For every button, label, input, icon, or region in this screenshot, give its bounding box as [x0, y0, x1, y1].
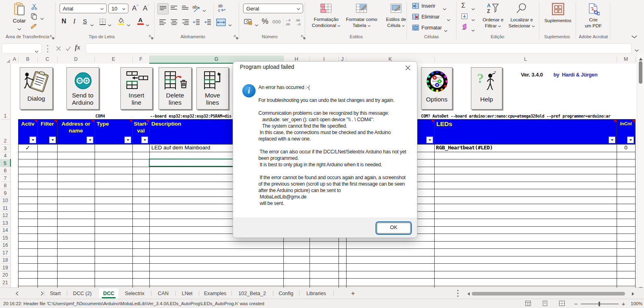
row-header-5[interactable]: 5 [0, 159, 11, 167]
vertical-scrollbar[interactable] [637, 54, 644, 287]
grow-font-icon[interactable]: A^ [132, 4, 138, 12]
hscroll-right-icon[interactable] [632, 291, 635, 297]
cancel-icon[interactable] [55, 45, 63, 53]
cut-icon[interactable] [31, 3, 37, 10]
row-header-16[interactable]: 16 [0, 241, 10, 248]
row-header-21[interactable]: 21 [0, 278, 10, 286]
align-center-icon[interactable] [170, 19, 178, 27]
column-header-L[interactable]: L [434, 56, 617, 63]
font-name-select[interactable]: Arial [60, 4, 107, 13]
formula-bar-resizer[interactable] [47, 45, 49, 52]
cell-styles-button[interactable]: Estilos de Célula [380, 2, 412, 32]
cell-m3-incnt[interactable]: 0 [617, 145, 635, 151]
tab-overflow-menu-icon[interactable] [456, 290, 459, 297]
sheet-tab-start[interactable]: Start [44, 288, 67, 299]
align-left-icon[interactable] [159, 19, 167, 27]
underline-button[interactable]: S [83, 18, 87, 25]
dialog-launcher-icon[interactable] [234, 35, 238, 39]
decrease-indent-icon[interactable] [193, 19, 200, 27]
clear-chevron[interactable] [471, 26, 475, 33]
fill-chevron[interactable] [471, 16, 475, 23]
row-header-17[interactable]: 17 [0, 248, 10, 256]
fx-icon[interactable]: fx [75, 44, 84, 53]
page-break-view-icon[interactable] [557, 301, 567, 307]
sheet-tab-102-beta-2[interactable]: 102_Beta_2 [231, 288, 273, 299]
column-header-M[interactable]: M [617, 56, 635, 63]
delete-lines-button[interactable]: Delete lines [159, 67, 192, 110]
column-header-A[interactable]: A [11, 56, 18, 63]
accounting-chevron[interactable] [255, 21, 258, 28]
orientation-chevron[interactable] [202, 6, 206, 14]
tab-scroll-right-icon[interactable] [40, 291, 44, 297]
sheet-tab-selectrix[interactable]: Selectrix [118, 288, 151, 299]
zoom-level[interactable]: 100% [628, 301, 642, 306]
align-top-button-selected[interactable] [157, 3, 169, 14]
percent-style-button[interactable]: % [262, 17, 268, 26]
zoom-out-button[interactable]: − [573, 300, 579, 307]
format-as-table-button[interactable]: Formatar como Tabela [345, 2, 379, 32]
tab-scroll-left-icon[interactable] [15, 291, 19, 297]
send-to-arduino-button[interactable]: Send to Arduino [66, 67, 99, 110]
insert-cells-button[interactable]: Inserir [412, 3, 452, 9]
hscroll-left-icon[interactable] [467, 291, 470, 297]
filter-dropdown-M[interactable] [627, 136, 634, 143]
filter-dropdown-D[interactable] [87, 136, 93, 143]
cell-b3-check[interactable]: ✓ [18, 144, 37, 151]
name-box[interactable] [2, 43, 42, 54]
font-color-chevron[interactable] [146, 21, 149, 28]
copy-icon[interactable] [31, 13, 37, 20]
font-size-select[interactable]: 10 [108, 4, 128, 13]
sheet-tab-libraries[interactable]: Libraries [299, 288, 333, 299]
merge-center-chevron[interactable] [228, 21, 232, 28]
align-middle-icon[interactable] [170, 5, 178, 14]
vertical-scrollbar-thumb[interactable] [639, 61, 642, 84]
wrap-text-icon[interactable]: abc [217, 3, 226, 13]
dialog-launcher-icon[interactable] [50, 35, 54, 39]
fill-icon[interactable] [461, 13, 468, 20]
column-header-D[interactable]: D [57, 56, 95, 63]
autosum-chevron[interactable] [471, 5, 475, 12]
paste-button[interactable]: Colar [10, 2, 29, 33]
row-header-9[interactable]: 9 [0, 189, 10, 196]
move-lines-button[interactable]: Move lines [196, 67, 229, 110]
page-layout-view-icon[interactable] [540, 301, 550, 307]
row-header-12[interactable]: 12 [0, 211, 10, 219]
sheet-tab-can[interactable]: CAN [151, 288, 175, 299]
sort-filter-button[interactable]: AZ Ordenar e Filtrar [481, 2, 505, 33]
column-header-E[interactable]: E [95, 56, 132, 63]
clear-icon[interactable] [461, 24, 468, 30]
conditional-formatting-button[interactable]: Formatação Condicional [309, 2, 343, 32]
autosum-button[interactable]: Σ [461, 2, 465, 9]
column-header-C[interactable]: C [37, 56, 57, 63]
new-sheet-button[interactable]: + [349, 289, 357, 298]
bold-button[interactable]: N [62, 18, 66, 25]
formula-input[interactable] [86, 43, 632, 54]
delete-cells-button[interactable]: Eliminar [412, 14, 456, 20]
copy-dropdown-chevron[interactable] [40, 14, 44, 22]
align-bottom-icon[interactable] [182, 5, 189, 14]
row-header-4[interactable]: 4 [0, 152, 10, 159]
addins-button[interactable]: Suplementos [542, 2, 574, 33]
underline-chevron[interactable] [90, 21, 94, 28]
dialog-close-button[interactable] [403, 64, 412, 73]
format-cells-button[interactable]: Formatar [412, 25, 456, 31]
increase-decimal-icon[interactable]: ←0.00 [285, 18, 292, 26]
enter-icon[interactable] [64, 45, 72, 53]
find-select-button[interactable]: Localizar e Selecionar [508, 2, 535, 33]
row-header-6[interactable]: 6 [0, 167, 10, 174]
row-header-14[interactable]: 14 [0, 226, 10, 234]
create-pdf-button[interactable]: Crie um PDF [579, 2, 608, 33]
row-header-3[interactable]: 3 [0, 144, 10, 152]
sheet-tab-dcc-2-[interactable]: DCC (2) [67, 288, 98, 299]
filter-dropdown-F[interactable] [141, 136, 148, 143]
accounting-format-icon[interactable] [244, 19, 253, 26]
dialog-launcher-icon[interactable] [149, 35, 153, 39]
comma-style-button[interactable]: 000 [272, 19, 281, 24]
row-header-20[interactable]: 20 [0, 271, 10, 278]
decrease-decimal-icon[interactable]: .00→0 [295, 18, 302, 26]
filter-dropdown-L[interactable] [609, 136, 615, 143]
number-format-select[interactable]: Geral [243, 4, 303, 13]
row-header-19[interactable]: 19 [0, 263, 10, 271]
align-right-icon[interactable] [182, 19, 189, 27]
row-header-18[interactable]: 18 [0, 256, 10, 263]
